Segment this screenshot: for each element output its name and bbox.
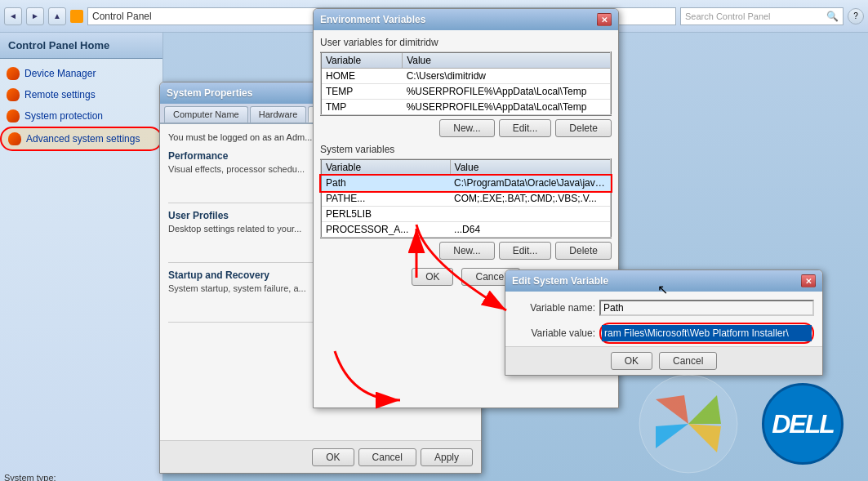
user-new-btn[interactable]: New...: [439, 119, 494, 137]
table-row[interactable]: HOME C:\Users\dimitridw: [321, 69, 611, 84]
advanced-system-settings-label: Advanced system settings: [26, 133, 140, 145]
user-edit-btn[interactable]: Edit...: [499, 119, 552, 137]
tab-hardware[interactable]: Hardware: [250, 106, 307, 122]
var-name-row: Variable name:: [514, 300, 814, 316]
sysprop-cancel-btn[interactable]: Cancel: [358, 448, 416, 466]
var-value-highlight: [599, 323, 814, 344]
sidebar-nav: Device Manager Remote settings System pr…: [0, 59, 162, 155]
var-name-input[interactable]: [599, 300, 814, 316]
editvar-close-btn[interactable]: ✕: [801, 274, 816, 287]
var-value: [450, 207, 611, 222]
sys-col-variable: Variable: [321, 159, 450, 176]
system-info: System type: 64-bit Operating System: [4, 473, 158, 481]
var-name: HOME: [321, 69, 403, 84]
sidebar-item-advanced-system-settings[interactable]: Advanced system settings: [0, 127, 162, 151]
cp-sidebar: Control Panel Home Device Manager Remote…: [0, 33, 163, 481]
windows-logo-svg: [635, 371, 741, 477]
col-value: Value: [403, 52, 611, 69]
table-row[interactable]: PROCESSOR_A... ...D64: [321, 222, 611, 238]
var-value: C:\ProgramData\Oracle\Java\javapath;...: [450, 176, 611, 191]
table-row[interactable]: PATHE... COM;.EXE;.BAT;.CMD;.VBS;.V...: [321, 191, 611, 207]
table-row[interactable]: TMP %USERPROFILE%\AppData\Local\Temp: [321, 100, 611, 116]
dell-text: DELL: [772, 409, 834, 439]
sidebar-item-system-protection[interactable]: System protection: [0, 105, 162, 127]
sys-edit-btn[interactable]: Edit...: [499, 242, 552, 260]
sidebar-header: Control Panel Home: [0, 33, 162, 59]
system-type-label: System type:: [4, 473, 158, 481]
sys-new-btn[interactable]: New...: [439, 242, 494, 260]
system-vars-actions: New... Edit... Delete: [320, 242, 612, 260]
desktop: ◄ ► ▲ Control Panel Search Control Panel…: [0, 0, 868, 481]
search-icon: 🔍: [826, 11, 839, 22]
sysprop-footer: OK Cancel Apply: [160, 440, 481, 473]
col-variable: Variable: [321, 52, 403, 69]
user-vars-table: Variable Value HOME C:\Users\dimitridw T…: [320, 51, 612, 116]
var-value: C:\Users\dimitridw: [403, 69, 611, 84]
tab-computer-name[interactable]: Computer Name: [164, 106, 248, 122]
var-value: %USERPROFILE%\AppData\Local\Temp: [403, 100, 611, 116]
cp-icon: [70, 10, 83, 23]
var-value-label: Variable value:: [514, 327, 595, 339]
user-vars-label: User variables for dimitridw: [320, 37, 612, 48]
dell-circle: DELL: [762, 383, 844, 465]
shield-icon-3: [7, 109, 20, 122]
windows-logo-area: [635, 371, 741, 477]
sidebar-header-text: Control Panel Home: [8, 39, 109, 51]
var-name: PROCESSOR_A...: [321, 222, 450, 238]
sys-delete-btn[interactable]: Delete: [555, 242, 612, 260]
device-manager-label: Device Manager: [24, 68, 96, 79]
sysprop-ok-btn[interactable]: OK: [312, 448, 354, 466]
search-box[interactable]: Search Control Panel 🔍: [680, 7, 844, 25]
back-button[interactable]: ◄: [4, 7, 22, 25]
shield-icon-4: [8, 132, 21, 145]
envvars-title: Environment Variables: [320, 14, 594, 25]
address-text: Control Panel: [92, 11, 152, 22]
sys-col-value: Value: [450, 159, 611, 176]
forward-button[interactable]: ►: [26, 7, 44, 25]
envvars-titlebar: Environment Variables ✕: [314, 9, 618, 30]
var-value: %USERPROFILE%\AppData\Local\Temp: [403, 84, 611, 100]
var-name: PERL5LIB: [321, 207, 450, 222]
var-value-input[interactable]: [602, 325, 812, 341]
tab-computer-name-label: Computer Name: [173, 109, 239, 119]
system-protection-label: System protection: [24, 110, 103, 122]
var-name: TMP: [321, 100, 403, 116]
sysprop-apply-btn[interactable]: Apply: [421, 448, 473, 466]
var-value-container: [599, 323, 814, 344]
dell-logo: DELL: [762, 383, 844, 465]
search-placeholder: Search Control Panel: [685, 11, 771, 21]
help-button[interactable]: ?: [848, 8, 864, 24]
up-button[interactable]: ▲: [48, 7, 66, 25]
table-row[interactable]: Path C:\ProgramData\Oracle\Java\javapath…: [321, 176, 611, 191]
shield-icon: [7, 67, 20, 80]
var-value: ...D64: [450, 222, 611, 238]
user-delete-btn[interactable]: Delete: [555, 119, 612, 137]
sidebar-item-remote-settings[interactable]: Remote settings: [0, 84, 162, 105]
sidebar-item-device-manager[interactable]: Device Manager: [0, 63, 162, 84]
remote-settings-label: Remote settings: [24, 89, 96, 100]
user-vars-actions: New... Edit... Delete: [320, 119, 612, 137]
var-value-row: Variable value:: [514, 323, 814, 344]
editvar-cancel-btn[interactable]: Cancel: [659, 352, 717, 370]
editvar-titlebar: Edit System Variable ✕: [505, 270, 822, 292]
var-value: COM;.EXE;.BAT;.CMD;.VBS;.V...: [450, 191, 611, 207]
system-vars-label: System variables: [320, 144, 612, 155]
table-row[interactable]: TEMP %USERPROFILE%\AppData\Local\Temp: [321, 84, 611, 100]
var-name: Path: [321, 176, 450, 191]
editvar-ok-btn[interactable]: OK: [611, 352, 652, 370]
table-row[interactable]: PERL5LIB: [321, 207, 611, 222]
editvar-title: Edit System Variable: [512, 275, 799, 287]
system-vars-table: Variable Value Path C:\ProgramData\Oracl…: [320, 158, 612, 238]
envvars-ok-btn[interactable]: OK: [412, 268, 453, 286]
edit-var-window: Edit System Variable ✕ Variable name: Va…: [505, 269, 823, 376]
envvars-close-btn[interactable]: ✕: [597, 13, 612, 26]
var-name: TEMP: [321, 84, 403, 100]
shield-icon-2: [7, 88, 20, 101]
var-name-label: Variable name:: [514, 302, 595, 314]
tab-hardware-label: Hardware: [259, 109, 298, 119]
var-name: PATHE...: [321, 191, 450, 207]
